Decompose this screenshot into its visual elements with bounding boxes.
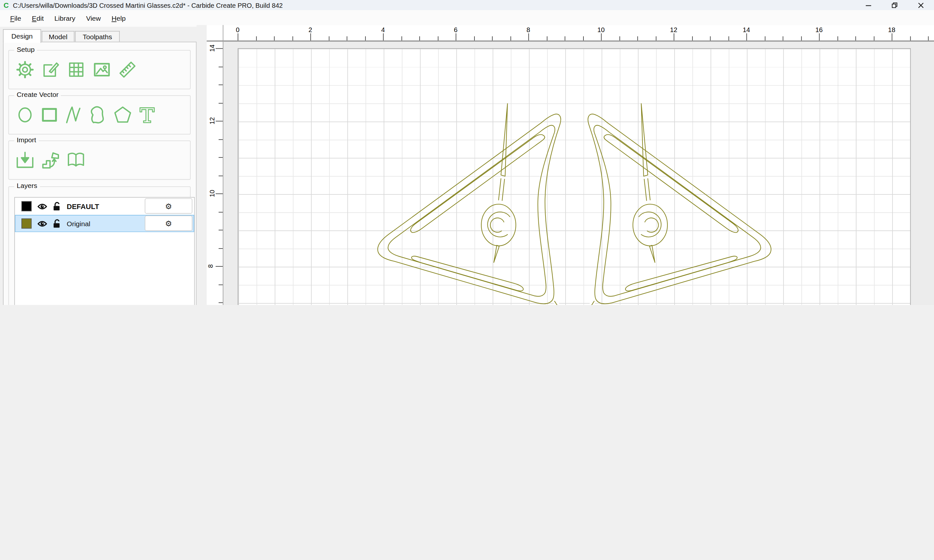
ruler-tick <box>892 33 892 40</box>
ruler-tick <box>692 36 692 40</box>
ruler-tick <box>710 36 711 40</box>
create-vector-group: Create Vector <box>8 95 191 134</box>
ruler-tick <box>928 36 929 40</box>
ruler-tick <box>365 36 365 40</box>
tab-toolpaths[interactable]: Toolpaths <box>75 31 120 43</box>
menu-item-file[interactable]: File <box>5 10 26 26</box>
design-library-icon[interactable] <box>66 150 86 170</box>
rectangle-tool-icon[interactable] <box>39 105 59 125</box>
import-group: Import <box>8 140 191 180</box>
ruler-label: 16 <box>815 26 823 33</box>
tab-model[interactable]: Model <box>42 31 75 43</box>
ruler-tick <box>801 36 801 40</box>
app-logo-icon: C <box>3 2 9 9</box>
trace-image-icon[interactable] <box>40 150 60 170</box>
ruler-tick <box>674 33 674 40</box>
ruler-tick <box>219 157 223 158</box>
martini-glasses-drawing[interactable] <box>238 49 912 305</box>
ruler-tick <box>456 33 456 40</box>
ruler-tick <box>274 36 275 40</box>
close-button[interactable] <box>908 0 934 10</box>
ruler-tick <box>292 36 293 40</box>
layer-name: Original <box>67 220 91 227</box>
menu-item-help[interactable]: Help <box>106 10 131 26</box>
ruler-tick <box>438 36 438 40</box>
edit-document-icon[interactable] <box>40 60 60 80</box>
layer-color-swatch[interactable] <box>22 201 31 211</box>
ruler-tick <box>910 36 911 40</box>
ruler-tick <box>764 36 765 40</box>
title-bar: C C:/Users/willa/Downloads/3D Crossed Ma… <box>0 0 934 10</box>
ruler-tick <box>637 36 638 40</box>
ruler-tick <box>219 284 223 285</box>
ruler-tick <box>401 36 402 40</box>
background-image-icon[interactable] <box>92 60 112 80</box>
layer-name: DEFAULT <box>67 202 99 211</box>
menu-item-library[interactable]: Library <box>49 10 81 26</box>
layer-row-original[interactable]: Original⚙ <box>15 215 194 232</box>
ruler-label: 14 <box>208 45 216 52</box>
ruler-tick <box>219 103 223 103</box>
ruler-tick <box>310 33 311 40</box>
ruler-tick <box>216 48 223 49</box>
ruler-tick <box>746 33 747 40</box>
ruler-tick <box>328 36 329 40</box>
job-setup-gear-icon[interactable] <box>15 60 35 80</box>
tab-design[interactable]: Design <box>3 29 41 43</box>
import-file-icon[interactable] <box>15 150 35 170</box>
curve-tool-icon[interactable] <box>88 105 108 125</box>
restore-button[interactable] <box>882 0 908 10</box>
grid-settings-icon[interactable] <box>66 60 86 80</box>
ruler-tick <box>383 33 384 40</box>
stock-material[interactable] <box>238 48 911 305</box>
drawing-viewport[interactable] <box>223 42 934 305</box>
menu-item-edit[interactable]: Edit <box>26 10 49 26</box>
text-tool-icon[interactable] <box>137 105 157 125</box>
ruler-tick <box>216 121 223 122</box>
layer-color-swatch[interactable] <box>22 218 31 228</box>
window-controls <box>855 0 934 10</box>
ruler-tick <box>819 33 820 40</box>
unlock-icon[interactable] <box>53 202 61 211</box>
circle-tool-icon[interactable] <box>15 105 35 125</box>
ruler-tick <box>837 36 838 40</box>
eye-visible-icon[interactable] <box>38 220 47 227</box>
ruler-tick <box>474 36 475 40</box>
ruler-tick <box>219 230 223 231</box>
ruler-tick <box>347 36 347 40</box>
ruler-tick <box>219 302 223 303</box>
ruler-tick <box>583 36 583 40</box>
layer-settings-gear-button[interactable]: ⚙ <box>145 198 192 214</box>
ruler-tick <box>783 36 783 40</box>
vertical-ruler: 02468101214 <box>207 42 223 305</box>
ruler-tick <box>219 85 223 85</box>
measure-ruler-icon[interactable] <box>117 60 137 80</box>
ruler-tick <box>219 175 223 176</box>
ruler-label: 6 <box>454 26 457 33</box>
ruler-tick <box>874 36 874 40</box>
minimize-button[interactable] <box>855 0 882 10</box>
layer-row-default[interactable]: DEFAULT⚙ <box>15 198 194 215</box>
polyline-tool-icon[interactable] <box>64 105 84 125</box>
ruler-tick <box>510 36 511 40</box>
ruler-tick <box>219 248 223 249</box>
ruler-label: 12 <box>670 26 678 33</box>
ruler-label: 14 <box>743 26 750 33</box>
ruler-tick <box>619 36 620 40</box>
layer-list[interactable]: DEFAULT⚙Original⚙ <box>14 197 195 305</box>
menu-item-view[interactable]: View <box>81 10 106 26</box>
ruler-tick <box>492 36 493 40</box>
ruler-tick <box>565 36 565 40</box>
layers-group-label: Layers <box>14 182 40 189</box>
layer-settings-gear-button[interactable]: ⚙ <box>145 215 192 231</box>
ruler-label: 8 <box>207 264 214 268</box>
window-title: C:/Users/willa/Downloads/3D Crossed Mart… <box>13 2 283 9</box>
ruler-label: 2 <box>308 26 312 33</box>
ruler-tick <box>419 36 420 40</box>
polygon-tool-icon[interactable] <box>113 105 132 125</box>
eye-visible-icon[interactable] <box>38 203 47 210</box>
unlock-icon[interactable] <box>53 219 61 228</box>
canvas-area: 024681012141618 02468101214 <box>197 25 934 305</box>
ruler-tick <box>601 33 601 40</box>
ruler-tick <box>219 139 223 140</box>
